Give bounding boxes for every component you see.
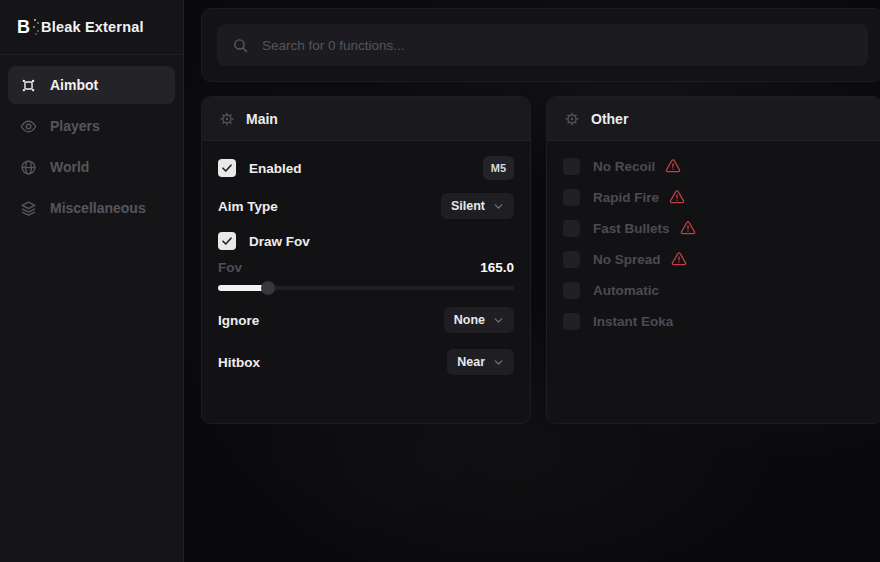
rapid-fire-checkbox[interactable]: [563, 189, 580, 206]
rapid-fire-label: Rapid Fire: [593, 190, 659, 205]
no-spread-label: No Spread: [593, 252, 661, 267]
check-icon: [221, 235, 233, 247]
aim-type-row: Aim Type Silent: [218, 193, 514, 219]
chevron-down-icon: [493, 357, 504, 368]
draw-fov-row: Draw Fov: [218, 232, 514, 250]
enabled-checkbox[interactable]: [218, 159, 236, 177]
search-input[interactable]: [262, 38, 853, 53]
panel-title: Main: [246, 111, 278, 127]
other-row-automatic: Automatic: [563, 279, 866, 301]
warning-icon: [671, 251, 687, 267]
instant-eoka-checkbox[interactable]: [563, 313, 580, 330]
aim-type-dropdown[interactable]: Silent: [441, 193, 514, 219]
other-row-no-spread: No Spread: [563, 248, 866, 270]
warning-icon: [680, 220, 696, 236]
fov-value: 165.0: [480, 260, 514, 275]
chevron-down-icon: [493, 315, 504, 326]
hitbox-value: Near: [457, 355, 485, 369]
fov-slider[interactable]: [218, 281, 514, 295]
sidebar-item-world[interactable]: World: [8, 148, 175, 186]
instant-eoka-label: Instant Eoka: [593, 314, 673, 329]
fast-bullets-label: Fast Bullets: [593, 221, 670, 236]
ignore-row: Ignore None: [218, 307, 514, 333]
other-row-instant-eoka: Instant Eoka: [563, 310, 866, 332]
fov-row: Fov 165.0: [218, 260, 514, 275]
hitbox-dropdown[interactable]: Near: [447, 349, 514, 375]
fast-bullets-checkbox[interactable]: [563, 220, 580, 237]
other-row-no-recoil: No Recoil: [563, 155, 866, 177]
globe-icon: [20, 159, 37, 176]
enabled-row: Enabled M5: [218, 156, 514, 180]
automatic-label: Automatic: [593, 283, 659, 298]
gear-icon: [564, 111, 580, 127]
no-recoil-label: No Recoil: [593, 159, 655, 174]
check-icon: [221, 162, 233, 174]
sidebar-header: B Bleak External: [0, 0, 183, 55]
other-panel-body: No Recoil Rapid Fire Fast Bullets No Spr…: [547, 141, 880, 346]
aim-type-value: Silent: [451, 199, 485, 213]
other-row-fast-bullets: Fast Bullets: [563, 217, 866, 239]
search-icon: [232, 37, 249, 54]
search-card: [201, 8, 880, 82]
sidebar-item-label: World: [50, 159, 89, 175]
app-title: Bleak External: [41, 19, 144, 35]
layers-icon: [20, 200, 37, 217]
draw-fov-checkbox[interactable]: [218, 232, 236, 250]
no-recoil-checkbox[interactable]: [563, 158, 580, 175]
aim-type-label: Aim Type: [218, 199, 278, 214]
main-panel-body: Enabled M5 Aim Type Silent Draw Fov Fov …: [202, 141, 530, 389]
sidebar-item-label: Players: [50, 118, 100, 134]
other-panel: Other No Recoil Rapid Fire Fast Bullets …: [546, 96, 880, 424]
ignore-value: None: [454, 313, 485, 327]
search-box[interactable]: [217, 24, 868, 66]
other-panel-header: Other: [547, 97, 880, 141]
panel-title: Other: [591, 111, 628, 127]
sidebar-nav: Aimbot Players World Miscellaneous: [0, 55, 183, 238]
main-panel: Main Enabled M5 Aim Type Silent Draw Fov: [201, 96, 531, 424]
warning-icon: [665, 158, 681, 174]
sidebar-item-label: Miscellaneous: [50, 200, 146, 216]
sidebar-item-aimbot[interactable]: Aimbot: [8, 66, 175, 104]
gear-icon: [219, 111, 235, 127]
sidebar-item-miscellaneous[interactable]: Miscellaneous: [8, 189, 175, 227]
fov-label: Fov: [218, 260, 242, 275]
chevron-down-icon: [493, 201, 504, 212]
crosshair-icon: [20, 77, 37, 94]
no-spread-checkbox[interactable]: [563, 251, 580, 268]
sidebar: B Bleak External Aimbot Players World Mi…: [0, 0, 184, 562]
keybind-button[interactable]: M5: [483, 156, 514, 180]
sidebar-item-label: Aimbot: [50, 77, 98, 93]
ignore-dropdown[interactable]: None: [444, 307, 514, 333]
warning-icon: [669, 189, 685, 205]
brand-logo-icon: B: [17, 18, 30, 36]
enabled-label: Enabled: [249, 161, 302, 176]
ignore-label: Ignore: [218, 313, 259, 328]
main-panel-header: Main: [202, 97, 530, 141]
hitbox-label: Hitbox: [218, 355, 260, 370]
automatic-checkbox[interactable]: [563, 282, 580, 299]
fov-slider-thumb[interactable]: [261, 281, 275, 295]
draw-fov-label: Draw Fov: [249, 234, 310, 249]
sidebar-item-players[interactable]: Players: [8, 107, 175, 145]
hitbox-row: Hitbox Near: [218, 349, 514, 375]
other-row-rapid-fire: Rapid Fire: [563, 186, 866, 208]
eye-icon: [20, 118, 37, 135]
